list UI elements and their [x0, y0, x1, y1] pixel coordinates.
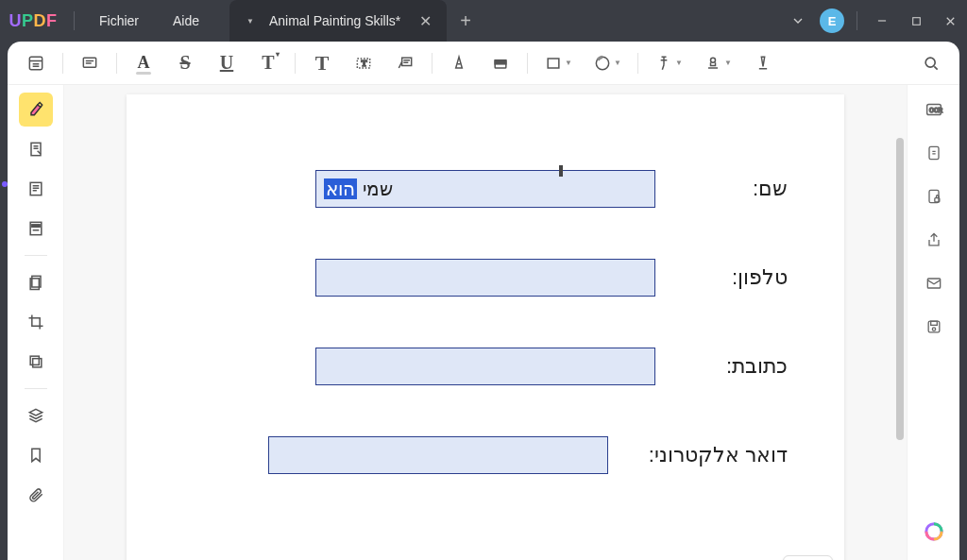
svg-rect-1 [912, 17, 920, 25]
underline-icon[interactable]: U [208, 46, 246, 80]
new-tab-button[interactable]: + [447, 10, 484, 32]
svg-rect-40 [30, 356, 39, 365]
selection-handle-icon[interactable] [556, 165, 566, 175]
crop-tool[interactable] [19, 305, 53, 339]
page-text-tool[interactable] [19, 172, 53, 206]
divider [432, 53, 433, 74]
page-viewport[interactable]: שמי הוא שם: טלפון: כתובת: [64, 85, 907, 560]
pin-tool-icon[interactable]: ▼ [646, 46, 691, 80]
file-edit-tool[interactable] [19, 132, 53, 166]
callout-tool-icon[interactable] [386, 46, 424, 80]
svg-rect-44 [929, 190, 939, 202]
svg-point-22 [711, 58, 716, 62]
address-input[interactable] [315, 348, 655, 385]
shape-circle-icon[interactable]: ▼ [585, 46, 630, 80]
divider [25, 388, 47, 389]
svg-text:OCR: OCR [928, 107, 942, 113]
pages-tool[interactable] [19, 265, 53, 299]
right-sidebar: OCR [907, 85, 959, 560]
svg-text:T: T [362, 59, 367, 68]
format-toolbar: A S U T▾ T T [8, 42, 959, 85]
svg-rect-30 [30, 182, 42, 195]
stamp-tool-icon[interactable]: ▼ [695, 46, 740, 80]
svg-rect-43 [929, 146, 939, 159]
left-sidebar [8, 85, 64, 560]
ocr-icon[interactable]: OCR [917, 93, 951, 127]
shape-rect-icon[interactable]: ▼ [535, 46, 581, 80]
panel-toggle-icon[interactable] [17, 46, 55, 80]
protect-icon[interactable] [917, 179, 951, 213]
page-counter[interactable]: 6/10 [783, 555, 833, 560]
strikethrough-icon[interactable]: S [166, 46, 204, 80]
svg-rect-35 [31, 225, 39, 228]
document-tab[interactable]: ▼ Animal Painting Skills* ✕ [229, 0, 447, 42]
titlebar: UPDF Fichier Aide ▼ Animal Painting Skil… [0, 0, 967, 42]
divider [116, 53, 117, 74]
pencil-tool-icon[interactable] [440, 46, 478, 80]
signature-tool-icon[interactable] [744, 46, 782, 80]
address-label: כתובת: [684, 354, 788, 379]
minimize-button[interactable] [865, 0, 899, 42]
divider [637, 53, 638, 74]
copy-tool[interactable] [19, 345, 53, 379]
document-page: שמי הוא שם: טלפון: כתובת: [127, 94, 844, 560]
svg-rect-13 [402, 58, 412, 65]
compress-icon[interactable] [917, 136, 951, 170]
app-logo: UPDF [0, 11, 66, 31]
name-input[interactable]: שמי הוא [315, 170, 655, 208]
save-icon[interactable] [917, 310, 951, 344]
bookmark-tool[interactable] [19, 438, 53, 472]
phone-input[interactable] [315, 259, 655, 297]
svg-point-25 [925, 58, 935, 67]
svg-point-49 [932, 328, 935, 331]
name-label: שם: [684, 177, 788, 201]
search-icon[interactable] [912, 46, 950, 80]
attachment-tool[interactable] [19, 478, 53, 512]
email-icon[interactable] [917, 266, 951, 300]
email-label: דואר אלקטרוני: [636, 443, 788, 467]
user-avatar[interactable]: E [815, 0, 849, 42]
tab-close-icon[interactable]: ✕ [416, 12, 435, 30]
text-style-icon[interactable]: T▾ [249, 46, 287, 80]
svg-rect-8 [83, 58, 95, 67]
tab-dropdown-icon[interactable]: ▼ [246, 17, 254, 25]
divider [62, 53, 63, 74]
svg-rect-20 [548, 59, 559, 68]
divider [25, 255, 47, 256]
recent-dropdown-icon[interactable] [781, 0, 815, 42]
layers-tool[interactable] [19, 399, 53, 433]
text-tool-icon[interactable]: T [303, 46, 341, 80]
eraser-tool-icon[interactable] [482, 46, 519, 80]
divider [527, 53, 528, 74]
close-button[interactable] [933, 0, 967, 42]
svg-rect-19 [495, 59, 506, 63]
svg-rect-39 [32, 359, 41, 367]
maximize-button[interactable] [899, 0, 933, 42]
phone-label: טלפון: [684, 265, 788, 290]
email-input[interactable] [268, 436, 608, 474]
share-icon[interactable] [917, 223, 951, 257]
svg-rect-48 [930, 321, 937, 325]
menu-help[interactable]: Aide [156, 13, 216, 28]
divider [857, 11, 857, 30]
menu-file[interactable]: Fichier [82, 13, 156, 28]
ai-assistant-icon[interactable] [917, 516, 951, 550]
tab-title: Animal Painting Skills* [269, 13, 400, 28]
form-tool[interactable] [19, 212, 53, 246]
comment-tool-icon[interactable] [71, 46, 109, 80]
divider [74, 11, 75, 30]
scrollbar-thumb[interactable] [896, 138, 904, 440]
svg-rect-46 [927, 279, 940, 288]
svg-rect-27 [31, 143, 41, 155]
svg-rect-4 [29, 57, 42, 69]
highlighter-tool[interactable] [19, 93, 53, 127]
svg-line-26 [934, 66, 937, 69]
vertical-scrollbar[interactable] [895, 138, 905, 560]
font-color-icon[interactable]: A [125, 46, 162, 80]
divider [295, 53, 296, 74]
textbox-tool-icon[interactable]: T [345, 46, 382, 80]
